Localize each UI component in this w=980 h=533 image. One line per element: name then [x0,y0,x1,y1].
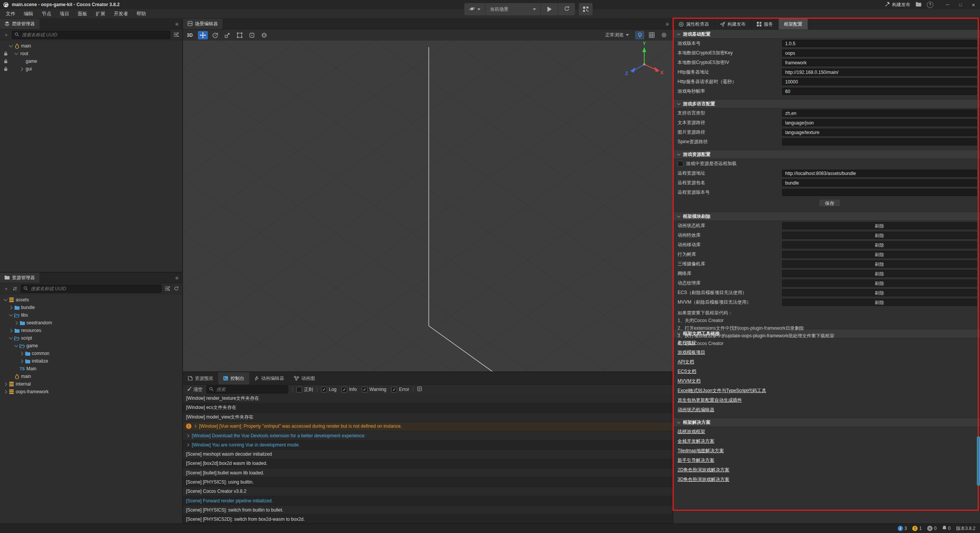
expand-chevron-icon[interactable] [19,66,24,72]
tree-row[interactable]: bundle [0,304,182,311]
menu-item[interactable]: 帮助 [132,9,150,18]
tree-row[interactable]: gui [0,65,182,73]
config-input[interactable] [782,88,977,95]
assets-search-input[interactable] [30,286,159,292]
solution-link[interactable]: Tiledmap地图解决方案 [673,446,980,456]
ui-transform-tool-button[interactable] [247,31,257,39]
menu-item[interactable]: 编辑 [20,9,38,18]
build-publish-button[interactable]: 构建发布 [885,2,910,8]
scene-select-dropdown[interactable]: 当前场景 [485,3,541,15]
preview-qr-button[interactable] [579,3,593,15]
tree-row[interactable]: main [0,373,182,380]
panel-menu-icon[interactable] [666,21,673,27]
tree-row[interactable]: main [0,42,182,50]
console-tab[interactable]: 动画编辑器 [249,372,289,384]
log-row[interactable]: [Window] model_view文件夹存在 [183,413,673,422]
tree-row[interactable]: oops-framework [0,388,182,396]
module-remove-button[interactable]: 剔除 [782,260,977,268]
help-icon[interactable]: ? [927,2,933,8]
move-tool-button[interactable] [198,31,208,39]
expand-chevron-icon[interactable] [3,389,8,394]
module-remove-button[interactable]: 剔除 [782,289,977,296]
clear-console-button[interactable]: 清空 [187,386,203,393]
config-input[interactable] [782,49,977,57]
console-search[interactable] [206,385,288,394]
module-remove-button[interactable]: 剔除 [782,280,977,287]
config-input[interactable] [782,69,977,76]
log-row[interactable]: [Scene] meshopt wasm decoder initialized [183,450,673,459]
expand-chevron-icon[interactable] [8,374,14,379]
rect-tool-button[interactable] [235,31,245,39]
panel-menu-icon[interactable] [175,275,182,281]
rotate-tool-button[interactable] [210,31,220,39]
menu-item[interactable]: 开发者 [109,9,132,18]
tree-row[interactable]: initialize [0,357,182,365]
filter-icon[interactable] [164,286,170,291]
log-row[interactable]: [Scene] Cocos Creator v3.8.2 [183,487,673,496]
panel-menu-icon[interactable] [175,21,182,27]
expand-arrow-icon[interactable] [193,424,197,428]
config-input[interactable] [782,110,977,117]
tree-row[interactable]: game [0,57,182,65]
inspector-tab[interactable]: 构建发布 [715,19,751,29]
expand-chevron-icon[interactable] [8,328,14,333]
section-basic-config[interactable]: 游戏基础配置 [673,29,980,39]
platform-select[interactable] [464,3,485,15]
module-remove-button[interactable]: 剔除 [782,251,977,258]
module-remove-button[interactable]: 剔除 [782,270,977,277]
expand-chevron-icon[interactable] [19,351,24,356]
menu-item[interactable]: 项目 [56,9,74,18]
config-input[interactable] [782,119,977,126]
save-button[interactable]: 保存 [819,199,840,207]
doc-link[interactable]: ECS文档 [673,367,980,376]
doc-link[interactable]: Excel格式转Json文件与TypeScript代码工具 [673,386,980,396]
expand-chevron-icon[interactable] [8,312,14,318]
expand-arrow-icon[interactable] [186,434,190,438]
doc-link[interactable]: 游戏模板项目 [673,348,980,357]
tree-row[interactable]: assets [0,296,182,304]
tree-row[interactable]: script [0,334,182,342]
config-input[interactable] [782,138,977,146]
expand-chevron-icon[interactable] [14,51,19,56]
log-row[interactable]: [Window] Download the Vue Devtools exten… [183,431,673,440]
play-button[interactable] [541,3,558,15]
expand-arrow-icon[interactable] [186,443,190,447]
log-row[interactable]: [Scene] [PHYSICS]: using builtin. [183,477,673,487]
expand-chevron-icon[interactable] [19,59,24,64]
tree-row[interactable]: game [0,342,182,350]
menu-item[interactable]: 节点 [38,9,56,18]
close-button[interactable] [967,0,980,9]
inspector-tab[interactable]: 服务 [751,19,779,29]
lock-icon[interactable] [3,51,8,56]
log-row[interactable]: [Scene] Forward render pipeline initiali… [183,496,673,505]
expand-chevron-icon[interactable] [14,343,19,348]
expand-chevron-icon[interactable] [3,381,8,387]
console-search-input[interactable] [216,386,286,392]
menu-item[interactable]: 面板 [74,9,91,18]
section-language-config[interactable]: 游戏多语言配置 [673,99,980,108]
scene-viewport[interactable]: Y X Z [183,41,673,371]
light-toggle-button[interactable] [635,31,644,39]
module-remove-button[interactable]: 剔除 [782,222,977,229]
checkbox-icon[interactable] [678,161,683,167]
doc-link[interactable]: API文档 [673,357,980,367]
gear-icon[interactable] [659,31,669,39]
log-row[interactable]: [Window] [Vue warn]: Property "onInput" … [183,422,673,431]
tree-row[interactable]: seedrandom [0,319,182,327]
log-row[interactable]: [Window] render_texture文件夹存在 [183,394,673,403]
config-input[interactable] [782,170,977,177]
menu-item[interactable]: 文件 [2,9,20,18]
lock-icon[interactable] [3,59,8,64]
log-filter-checkbox[interactable]: Error [391,387,409,392]
expand-chevron-icon[interactable] [8,335,14,341]
solution-link[interactable]: 2D角色扮演游戏解决方案 [673,465,980,475]
expand-chevron-icon[interactable] [3,297,8,302]
log-row[interactable]: [Window] ecs文件夹存在 [183,403,673,412]
error-count[interactable]: 0 [927,526,937,531]
module-remove-button[interactable]: 剔除 [782,241,977,249]
assets-search[interactable] [21,284,162,293]
config-input[interactable] [782,78,977,85]
config-input[interactable] [782,179,977,186]
scale-tool-button[interactable] [222,31,232,39]
module-remove-button[interactable]: 剔除 [782,232,977,239]
